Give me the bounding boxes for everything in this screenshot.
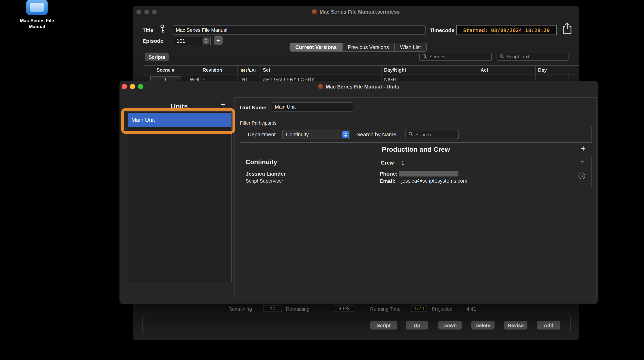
version-tabs: Current Versions Previous Versions Wish … xyxy=(290,43,426,52)
up-button[interactable]: Up xyxy=(406,321,428,329)
person-name: Jessica Liander xyxy=(246,171,286,177)
email-value: jessica@scriptesystems.com xyxy=(401,178,467,184)
units-window-titlebar: Mac Series File Manual - Units xyxy=(120,81,598,93)
add-participant-button[interactable]: + xyxy=(578,144,588,153)
scripts-button[interactable]: Scripts xyxy=(145,53,169,61)
units-list: Main Unit xyxy=(127,112,232,282)
add-button[interactable]: Add xyxy=(537,321,560,329)
column-scene[interactable]: Scene # xyxy=(144,66,187,74)
remaining-pages-label: Remaining xyxy=(286,306,310,312)
crew-group-name: Continuity xyxy=(246,158,277,166)
desktop: Mac Series File Manual Mac Series File M… xyxy=(0,0,644,360)
department-label: Department xyxy=(248,131,276,137)
script-text-search-input[interactable] xyxy=(506,54,566,60)
episode-dropdown[interactable]: 101 xyxy=(173,37,211,45)
desktop-icon-label: Mac Series File Manual xyxy=(12,18,62,30)
phone-value-redacted xyxy=(399,171,458,176)
projected-label: Projected xyxy=(432,306,453,312)
down-button[interactable]: Down xyxy=(438,321,462,329)
projected-value: 4:41 xyxy=(467,306,476,312)
revise-button[interactable]: Revise xyxy=(504,321,528,329)
remaining-scenes-label: Remaining xyxy=(228,306,252,312)
unit-detail-panel: Unit Name Filter Participants Department… xyxy=(235,98,596,297)
zoom-icon[interactable] xyxy=(152,10,157,15)
tab-wish-list[interactable]: Wish List xyxy=(395,43,426,51)
app-icon xyxy=(312,10,317,15)
units-window: Mac Series File Manual - Units Units + M… xyxy=(119,81,598,304)
script-button[interactable]: Script xyxy=(370,321,397,329)
person-role: Script Supervisor xyxy=(246,178,283,184)
department-value: Continuity xyxy=(282,132,342,137)
running-time-value: 4:41 xyxy=(411,305,427,312)
minimize-icon[interactable] xyxy=(130,84,135,89)
timecode-label: Timecode xyxy=(430,27,454,33)
desktop-icon-mac-series-file-manual[interactable]: Mac Series File Manual xyxy=(12,0,62,30)
search-by-name-label: Search by Name xyxy=(356,131,396,137)
crew-count-value: 1 xyxy=(401,159,404,166)
minimize-icon[interactable] xyxy=(144,10,149,15)
title-label: Title xyxy=(142,27,153,33)
detail-arrow-icon[interactable] xyxy=(578,172,585,181)
chevron-up-down-icon xyxy=(202,38,210,45)
unit-name-label: Unit Name xyxy=(240,105,266,111)
close-icon[interactable] xyxy=(122,84,127,89)
main-window-titlebar: Mac Series File Manual.scriptess xyxy=(133,6,579,18)
delete-button[interactable]: Delete xyxy=(471,321,494,329)
chevron-up-down-icon xyxy=(342,131,349,138)
column-day-night[interactable]: Day/Night xyxy=(382,66,478,74)
remaining-pages-value: 4 5/8 xyxy=(334,305,355,312)
crew-group-header: Continuity Crew 1 + xyxy=(240,156,592,168)
remaining-scenes-value: 10 xyxy=(263,305,282,312)
name-search-input[interactable] xyxy=(415,132,456,137)
close-icon[interactable] xyxy=(136,10,142,15)
name-search[interactable] xyxy=(405,130,459,139)
add-episode-button[interactable]: + xyxy=(214,36,222,45)
search-icon xyxy=(422,54,427,60)
tab-current-versions[interactable]: Current Versions xyxy=(290,43,342,51)
department-dropdown[interactable]: Continuity xyxy=(282,130,350,139)
tab-previous-versions[interactable]: Previous Versions xyxy=(342,43,394,51)
production-and-crew-title: Production and Crew xyxy=(235,146,597,153)
list-item-main-unit[interactable]: Main Unit xyxy=(128,113,232,127)
units-sidebar-title: Units xyxy=(127,102,232,110)
scenes-search[interactable] xyxy=(420,53,492,61)
column-day[interactable]: Day xyxy=(536,66,569,74)
scene-table-header: Scene # Revision INT/EXT Set Day/Night A… xyxy=(144,65,579,74)
running-time-label: Running Time xyxy=(370,306,400,312)
filter-participants-label: Filter Participants xyxy=(240,121,276,126)
search-icon xyxy=(408,131,413,138)
share-icon[interactable] xyxy=(562,22,573,36)
crew-group-box: Continuity Crew 1 + Jessica Liander Scri… xyxy=(240,156,592,187)
email-label: Email: xyxy=(380,178,396,185)
title-input[interactable] xyxy=(173,26,426,35)
add-crew-button[interactable]: + xyxy=(577,158,587,166)
scenes-search-input[interactable] xyxy=(429,54,489,60)
file-icon xyxy=(26,0,48,15)
add-unit-button[interactable]: + xyxy=(218,100,228,109)
timecode-field[interactable]: Started: 08/09/2024 18:29:29 xyxy=(456,25,557,35)
app-icon xyxy=(318,84,324,89)
column-int-ext[interactable]: INT/EXT xyxy=(238,66,260,74)
episode-label: Episode xyxy=(142,38,163,44)
main-window-title: Mac Series File Manual.scriptess xyxy=(320,9,400,15)
phone-label: Phone: xyxy=(380,171,398,177)
zoom-icon[interactable] xyxy=(138,84,144,89)
column-revision[interactable]: Revision xyxy=(187,66,238,74)
column-act[interactable]: Act xyxy=(478,66,536,74)
crew-person-row[interactable]: Jessica Liander Script Supervisor Phone:… xyxy=(240,168,592,187)
script-text-search[interactable] xyxy=(496,53,568,61)
key-icon xyxy=(159,24,165,35)
units-window-title: Mac Series File Manual - Units xyxy=(326,84,399,90)
episode-value: 101 xyxy=(173,38,202,44)
filter-box: Department Continuity Search by Name xyxy=(240,126,592,143)
unit-name-input[interactable] xyxy=(272,102,353,111)
column-set[interactable]: Set xyxy=(260,66,382,74)
crew-count-label: Crew xyxy=(381,159,394,166)
search-icon xyxy=(500,54,504,60)
